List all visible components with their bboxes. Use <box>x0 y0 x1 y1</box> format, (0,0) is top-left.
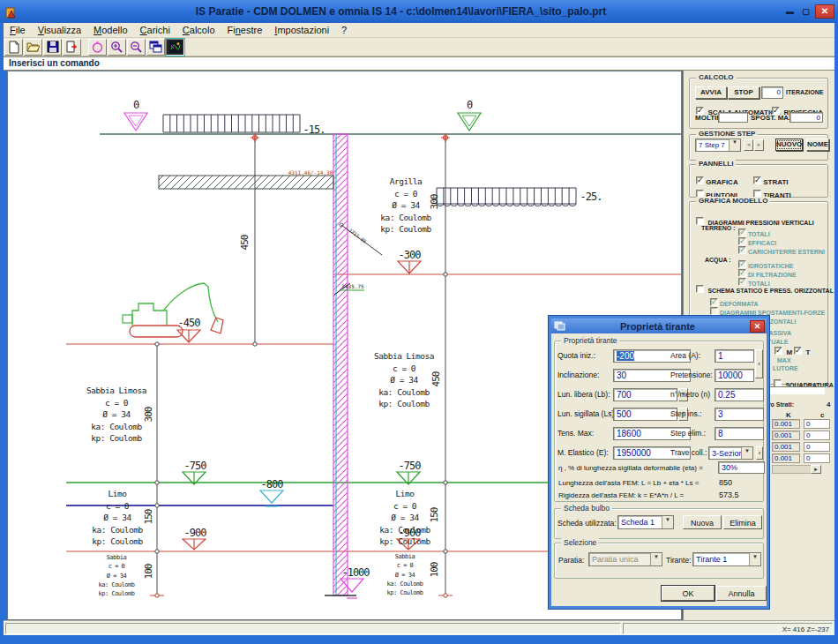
menu-item-carichi[interactable]: Carichi <box>134 24 176 36</box>
menu-item-finestre[interactable]: Finestre <box>221 24 269 36</box>
col-c-header: c <box>820 411 824 419</box>
export-file-icon[interactable] <box>63 39 81 56</box>
lutore-label: LUTORE <box>773 365 798 371</box>
annulla-button[interactable]: Annulla <box>716 586 767 601</box>
flag-m-checkbox[interactable]: M <box>774 342 792 358</box>
zoom-in-icon[interactable] <box>108 39 126 56</box>
strato-2-c[interactable]: 0 <box>804 431 830 440</box>
maximize-button[interactable]: ▢ <box>799 6 812 18</box>
step-ins-field[interactable]: 3 <box>715 408 764 421</box>
ok-button[interactable]: OK <box>662 586 715 601</box>
zoom-out-icon[interactable] <box>127 39 146 56</box>
avvia-button[interactable]: AVVIA <box>695 86 727 99</box>
fem-length-value: 850 <box>719 478 732 487</box>
strato-4-c[interactable]: 0 <box>804 453 830 463</box>
numero-strati-value: 4 <box>827 401 830 408</box>
strato-3-c[interactable]: 0 <box>804 442 830 452</box>
scheda-dropdown[interactable]: Scheda 1 <box>617 515 674 529</box>
menu-item-modello[interactable]: Modello <box>87 24 134 36</box>
trave-coll-spinner[interactable] <box>756 446 763 460</box>
lun-sigillata-label: Lun. sigillata (Ls): <box>557 409 617 418</box>
tirante-dropdown[interactable]: Tirante 1 <box>692 552 761 566</box>
col-k-header: K <box>786 411 791 419</box>
main-toolbar <box>4 38 834 56</box>
step-dropdown[interactable]: 7 Step 7 <box>695 139 741 152</box>
eta-label: η , % di lunghezza sigillata deformabile… <box>558 464 703 472</box>
chevron-down-icon[interactable] <box>729 139 740 151</box>
trave-coll-dropdown[interactable]: 3-Sezione <box>708 446 753 460</box>
menu-item-file[interactable]: File <box>4 24 32 36</box>
step-next-button[interactable]: ► <box>754 139 764 151</box>
render-view-icon[interactable] <box>166 39 184 56</box>
fem-length-label: Lunghezza dell'asta FEM: L = Lb + eta * … <box>558 479 699 487</box>
strato-3-k[interactable]: 0.001 <box>772 442 800 452</box>
scheda-utilizzata-label: Scheda utilizzata: <box>557 519 617 528</box>
lun-sigillata-field[interactable]: 500 <box>613 408 677 421</box>
acqua-label: ACQUA : <box>705 257 731 263</box>
m-elastico-label: M. Elastico (E): <box>557 448 609 457</box>
fem-stiffness-label: Rigidezza dell'asta FEM: k = E*A*n / L = <box>558 491 684 499</box>
dialog-close-icon[interactable]: ✕ <box>750 320 765 333</box>
area-label: Area (A): <box>670 351 700 360</box>
strato-4-k[interactable]: 0.001 <box>772 453 800 463</box>
title-bar: IS Paratie - CDM DOLMEN e omnia IS 14 - … <box>0 0 838 23</box>
area-spinner[interactable] <box>755 349 763 378</box>
chevron-down-icon[interactable] <box>749 553 760 565</box>
area-field[interactable]: 1 <box>715 349 754 363</box>
group-grafica-modello-title: GRAFICA MODELLO <box>696 197 770 205</box>
chevron-down-icon[interactable] <box>741 447 752 459</box>
status-bar: X= 416 Z=-237 <box>4 620 834 635</box>
elimina-button[interactable]: Elimina <box>723 515 762 529</box>
lun-libera-field[interactable]: 700 <box>613 388 677 401</box>
minimize-button[interactable]: ▬ <box>783 6 797 18</box>
pretensione-field[interactable]: 10000 <box>715 369 754 382</box>
group-scheda-bulbo-title: Scheda bulbo <box>561 504 612 513</box>
menu-item-help[interactable]: ? <box>335 24 353 36</box>
group-gestione-step-title: GESTIONE STEP <box>696 130 758 138</box>
close-button[interactable]: ✕ <box>815 4 834 19</box>
status-coordinates: X= 416 Z=-237 <box>623 623 833 634</box>
step-ins-label: Step ins.: <box>670 409 701 418</box>
group-pannelli-title: PANNELLI <box>696 160 736 168</box>
proprieta-tirante-dialog: Proprietà tirante ✕ Proprietà tirante Qu… <box>549 316 769 609</box>
step-elim-field[interactable]: 8 <box>715 427 764 440</box>
save-file-icon[interactable] <box>43 39 62 56</box>
lun-libera-label: Lun. libera (Lb): <box>557 390 610 399</box>
menu-item-calcolo[interactable]: Calcolo <box>176 24 221 36</box>
strati-scroll-right-button[interactable]: ► <box>811 465 821 474</box>
chevron-down-icon <box>650 553 662 565</box>
step-prev-button[interactable]: ◄ <box>744 139 753 151</box>
group-proprieta-title: Proprietà tirante <box>561 336 619 345</box>
cascade-windows-icon[interactable] <box>146 39 165 56</box>
n-metro-field[interactable]: 0.25 <box>715 388 764 401</box>
menu-item-impostazioni[interactable]: Impostazioni <box>268 24 335 36</box>
flag-t-checkbox[interactable]: T <box>794 342 810 358</box>
open-file-icon[interactable] <box>24 39 42 56</box>
max-label: MAX <box>777 357 791 363</box>
terreno-label: TERRENO : <box>701 225 736 231</box>
dialog-title-bar[interactable]: Proprietà tirante ✕ <box>551 318 767 333</box>
chevron-down-icon[interactable] <box>662 516 673 528</box>
menu-item-visualizza[interactable]: Visualizza <box>32 24 87 36</box>
new-file-icon[interactable] <box>4 39 23 56</box>
nuova-button[interactable]: Nuova <box>683 515 722 529</box>
command-bar[interactable]: Inserisci un comando <box>4 56 834 71</box>
redraw-icon[interactable] <box>88 39 107 56</box>
nuovo-button[interactable]: NUOVO <box>775 139 803 151</box>
stop-button[interactable]: STOP <box>728 86 759 99</box>
eta-field[interactable]: 30% <box>718 461 765 474</box>
pretensione-label: Pretensione: <box>670 371 713 379</box>
strato-1-k[interactable]: 0.001 <box>772 419 800 429</box>
paratia-dropdown: Paratia unica <box>588 552 662 566</box>
moltip-field[interactable] <box>718 112 748 123</box>
iterazioni-field[interactable]: 0 <box>761 86 783 99</box>
nome-button[interactable]: NOME <box>806 139 829 151</box>
tirante-label: Tirante: <box>666 556 692 565</box>
spost-max-field[interactable]: 0 <box>789 112 823 123</box>
app-logo-icon <box>5 5 19 19</box>
group-calcolo-title: CALCOLO <box>696 73 737 81</box>
group-scheda-bulbo: Scheda bulbo Scheda utilizzata: Scheda 1… <box>554 508 764 539</box>
strato-1-c[interactable]: 0 <box>804 419 830 429</box>
quota-iniz-label: Quota iniz.: <box>557 351 595 360</box>
strato-2-k[interactable]: 0.001 <box>772 431 800 440</box>
